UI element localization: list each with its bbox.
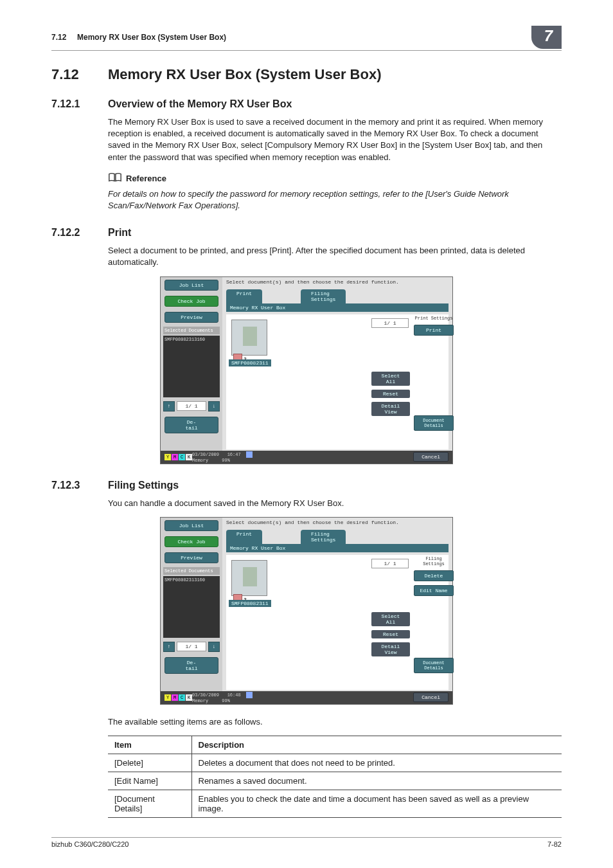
h1-title: Memory RX User Box (System User Box) [108,66,381,83]
table-row: [Edit Name] Renames a saved document. [108,772,562,790]
thumbnail-label: SMFP08082311 [229,359,271,366]
table-header-item: Item [108,736,191,754]
table-cell: Enables you to check the date and time a… [191,790,562,817]
table-cell: [Delete] [108,754,191,772]
h2-title: Overview of the Memory RX User Box [108,98,292,110]
table-row: [Document Details] Enables you to check … [108,790,562,817]
subtab-memory-rx: Memory RX User Box [226,544,449,552]
reference-heading: Reference [108,172,562,185]
body-pager: 1/ 1 [371,559,409,568]
header-running-title: Memory RX User Box (System User Box) [77,33,226,42]
status-icon [246,692,253,698]
print-button[interactable]: Print [414,325,454,336]
table-cell: [Edit Name] [108,772,191,790]
running-header: 7.12 Memory RX User Box (System User Box… [51,26,562,51]
table-cell: Renames a saved document. [191,772,562,790]
reset-button[interactable]: Reset [371,630,410,638]
paragraph: The Memory RX User Box is used to save a… [108,116,562,163]
preview-button[interactable]: Preview [164,552,218,563]
page-footer: bizhub C360/C280/C220 7-82 [51,837,562,848]
job-list-button[interactable]: Job List [164,280,218,291]
tab-print[interactable]: Print [226,289,262,303]
page-down-icon[interactable]: ↓ [208,642,220,652]
subtab-memory-rx: Memory RX User Box [226,303,449,312]
cancel-button[interactable]: Cancel [413,452,449,462]
instruction-text: Select document(s) and then choose the d… [222,277,452,287]
table-row: [Delete] Deletes a document that does no… [108,754,562,772]
select-all-button[interactable]: Select All [371,612,410,626]
body-pager: 1/ 1 [371,318,409,328]
table-header-description: Description [191,736,562,754]
settings-table: Item Description [Delete] Deletes a docu… [108,736,562,818]
instruction-text: Select document(s) and then choose the d… [222,518,452,527]
job-list-button[interactable]: Job List [164,520,218,531]
selected-document-name: SMFP08082313160 [163,336,220,397]
paragraph: You can handle a document saved in the M… [108,498,562,509]
selected-documents-label: Selected Documents [163,567,220,575]
footer-page: 7-82 [547,840,562,848]
toner-levels: Y M C K [164,454,192,460]
selected-documents-label: Selected Documents [163,327,220,334]
h2-number: 7.12.2 [51,227,108,239]
paragraph: Select a document to be printed, and pre… [108,245,562,268]
status-bar-info: 03/30/2009 16:48 Memory 99% [192,692,253,703]
check-job-button[interactable]: Check Job [164,536,218,547]
preview-button[interactable]: Preview [164,312,218,323]
h2-number: 7.12.3 [51,480,108,491]
reference-label: Reference [126,174,166,183]
tab-filing-settings[interactable]: Filing Settings [301,530,346,544]
select-all-button[interactable]: Select All [371,372,410,386]
selected-document-name: SMFP08082313160 [163,576,220,638]
footer-model: bizhub C360/C280/C220 [51,840,129,848]
print-settings-label: Print Settings [414,316,454,321]
detail-button[interactable]: De- tail [164,417,218,433]
document-thumbnail[interactable]: 2 [231,320,267,356]
reset-button[interactable]: Reset [371,390,410,398]
h2-title: Print [108,227,131,239]
check-job-button[interactable]: Check Job [164,296,218,307]
document-details-button[interactable]: Document Details [414,415,454,431]
filing-settings-label: Filing Settings [414,556,454,566]
reference-text: For details on how to specify the passwo… [108,188,562,212]
screenshot-print: Job List Check Job Preview Selected Docu… [160,276,453,464]
screenshot-filing: Job List Check Job Preview Selected Docu… [160,517,453,705]
table-cell: Deletes a document that does not need to… [191,754,562,772]
left-pager: 1/ 1 [177,642,206,651]
page-up-icon[interactable]: ↑ [163,401,175,411]
thumbnail-label: SMFP08082311 [229,600,271,607]
page-up-icon[interactable]: ↑ [163,642,175,652]
document-details-button[interactable]: Document Details [414,658,454,673]
paragraph: The available setting items are as follo… [108,716,562,728]
tab-print[interactable]: Print [226,530,262,544]
h2-title: Filing Settings [108,480,179,491]
toner-levels: Y M C K [164,694,192,701]
h1-number: 7.12 [51,66,108,83]
edit-name-button[interactable]: Edit Name [414,585,454,596]
header-section-no: 7.12 [51,33,66,42]
book-icon [108,172,122,185]
left-pager: 1/ 1 [177,401,206,411]
table-cell: [Document Details] [108,790,191,817]
h2-number: 7.12.1 [51,98,108,110]
delete-button[interactable]: Delete [414,570,454,581]
status-bar-info: 03/30/2009 16:47 Memory 99% [192,451,253,463]
document-thumbnail[interactable]: 2 [231,560,267,596]
detail-button[interactable]: De- tail [164,657,218,674]
page-down-icon[interactable]: ↓ [208,401,220,411]
status-icon [246,451,253,458]
detail-view-button[interactable]: Detail View [371,642,410,656]
tab-filing-settings[interactable]: Filing Settings [301,289,346,303]
cancel-button[interactable]: Cancel [413,692,449,702]
chapter-badge: 7 [531,26,562,49]
detail-view-button[interactable]: Detail View [371,402,410,416]
